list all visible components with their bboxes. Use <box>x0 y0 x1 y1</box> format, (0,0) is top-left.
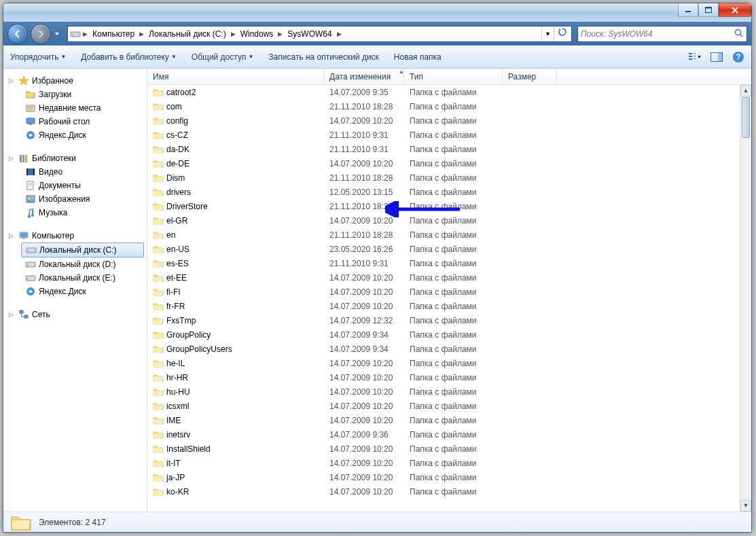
search-input[interactable] <box>581 29 734 39</box>
file-row[interactable]: icsxml14.07.2009 10:20Папка с файлами <box>147 399 740 413</box>
column-header-name[interactable]: Имя <box>147 69 324 84</box>
file-row[interactable]: config14.07.2009 10:20Папка с файлами <box>147 113 740 128</box>
share-button[interactable]: Общий доступ ▼ <box>190 50 255 64</box>
file-type: Папка с файлами <box>404 187 503 197</box>
file-row[interactable]: com21.11.2010 18:28Папка с файлами <box>147 99 740 113</box>
include-library-button[interactable]: Добавить в библиотеку ▼ <box>79 50 177 64</box>
file-row[interactable]: hr-HR14.07.2009 10:20Папка с файлами <box>147 370 740 385</box>
search-icon[interactable] <box>734 29 744 40</box>
svg-rect-34 <box>26 262 35 267</box>
file-type: Папка с файлами <box>404 88 503 97</box>
refresh-button[interactable] <box>554 26 570 41</box>
file-date: 14.07.2009 9:34 <box>324 330 404 340</box>
file-name: DriverStore <box>166 202 208 211</box>
file-type: Папка с файлами <box>404 230 503 240</box>
file-row[interactable]: cs-CZ21.11.2010 9:31Папка с файлами <box>147 128 740 142</box>
minimize-button[interactable] <box>678 3 698 17</box>
scroll-up-button[interactable]: ▲ <box>740 85 751 96</box>
file-row[interactable]: en21.11.2010 18:28Папка с файлами <box>147 228 740 242</box>
file-row[interactable]: it-IT14.07.2009 10:20Папка с файлами <box>147 456 740 470</box>
file-name: fi-FI <box>166 287 181 297</box>
sidebar-network-header[interactable]: ▷Сеть <box>3 308 147 321</box>
sidebar-item-yandex-disk[interactable]: Яндекс.Диск <box>3 128 147 142</box>
sidebar-item-recent[interactable]: Недавние места <box>3 101 147 115</box>
back-button[interactable] <box>7 24 28 44</box>
sidebar-item-yandex-disk-drive[interactable]: Яндекс.Диск <box>3 285 147 298</box>
file-row[interactable]: el-GR14.07.2009 10:20Папка с файлами <box>147 213 740 228</box>
file-row[interactable]: da-DK21.11.2010 9:31Папка с файлами <box>147 142 740 156</box>
sidebar-item-drive-d[interactable]: Локальный диск (D:) <box>3 257 147 271</box>
file-row[interactable]: DriverStore21.11.2010 18:28Папка с файла… <box>147 199 740 213</box>
sidebar-computer-header[interactable]: ▷Компьютер <box>3 229 147 243</box>
file-row[interactable]: en-US23.05.2020 16:26Папка с файлами <box>147 242 740 256</box>
sidebar-item-desktop[interactable]: Рабочий стол <box>3 115 147 128</box>
file-list[interactable]: catroot214.07.2009 9:35Папка с файламиco… <box>147 85 751 512</box>
file-row[interactable]: es-ES21.11.2010 9:31Папка с файлами <box>147 256 740 270</box>
separator-icon[interactable]: ▶ <box>82 31 89 37</box>
breadcrumb-windows[interactable]: Windows <box>237 26 277 41</box>
file-type: Папка с файлами <box>404 216 503 226</box>
address-bar[interactable]: ▶ Компьютер ▶ Локальный диск (C:) ▶ Wind… <box>67 26 572 42</box>
titlebar[interactable] <box>3 3 751 22</box>
file-row[interactable]: he-IL14.07.2009 10:20Папка с файлами <box>147 356 740 370</box>
file-row[interactable]: de-DE14.07.2009 10:20Папка с файлами <box>147 156 740 171</box>
sidebar-item-drive-c[interactable]: Локальный диск (C:) <box>21 243 144 257</box>
sidebar-item-pictures[interactable]: Изображения <box>3 192 147 206</box>
file-row[interactable]: GroupPolicyUsers14.07.2009 9:34Папка с ф… <box>147 342 740 356</box>
sidebar-item-downloads[interactable]: Загрузки <box>3 88 147 101</box>
file-row[interactable]: fi-FI14.07.2009 10:20Папка с файлами <box>147 285 740 299</box>
column-header-size[interactable]: Размер <box>503 69 557 84</box>
file-row[interactable]: GroupPolicy14.07.2009 9:34Папка с файлам… <box>147 327 740 342</box>
file-row[interactable]: FxsTmp14.07.2009 12:32Папка с файлами <box>147 313 740 327</box>
help-button[interactable]: ? <box>731 50 746 65</box>
new-folder-button[interactable]: Новая папка <box>393 50 443 64</box>
file-row[interactable]: ja-JP14.07.2009 10:20Папка с файлами <box>147 470 740 484</box>
history-dropdown-icon[interactable] <box>54 29 60 39</box>
sidebar-item-music[interactable]: Музыка <box>3 206 147 219</box>
svg-rect-0 <box>685 11 691 12</box>
breadcrumb-computer[interactable]: Компьютер <box>89 26 138 41</box>
address-dropdown-icon[interactable]: ▼ <box>541 26 554 41</box>
svg-rect-7 <box>689 56 692 57</box>
sidebar-item-videos[interactable]: Видео <box>3 165 147 179</box>
scroll-down-button[interactable]: ▼ <box>740 500 751 512</box>
svg-rect-18 <box>29 124 32 125</box>
separator-icon[interactable]: ▶ <box>276 31 284 37</box>
breadcrumb-drive-c[interactable]: Локальный диск (C:) <box>145 26 230 41</box>
sidebar-favorites-header[interactable]: ▷Избранное <box>3 74 147 88</box>
column-header-type[interactable]: Тип <box>404 69 503 84</box>
file-row[interactable]: Dism21.11.2010 18:28Папка с файлами <box>147 171 740 185</box>
close-button[interactable] <box>719 3 751 17</box>
column-header-date[interactable]: Дата изменения <box>324 69 404 84</box>
file-row[interactable]: InstallShield14.07.2009 10:20Папка с фай… <box>147 442 740 456</box>
sidebar-item-drive-e[interactable]: Локальный диск (E:) <box>3 271 147 285</box>
file-row[interactable]: IME14.07.2009 10:20Папка с файлами <box>147 413 740 427</box>
forward-button[interactable] <box>31 24 51 44</box>
file-row[interactable]: inetsrv14.07.2009 9:36Папка с файлами <box>147 427 740 442</box>
sidebar-item-documents[interactable]: Документы <box>3 179 147 192</box>
file-row[interactable]: catroot214.07.2009 9:35Папка с файлами <box>147 85 740 99</box>
file-name: de-DE <box>166 159 190 168</box>
svg-rect-31 <box>22 238 25 239</box>
desktop-icon <box>25 116 36 127</box>
file-row[interactable]: hu-HU14.07.2009 10:20Папка с файлами <box>147 385 740 399</box>
file-row[interactable]: et-EE14.07.2009 10:20Папка с файлами <box>147 270 740 285</box>
scrollbar[interactable]: ▲ ▼ <box>740 85 751 512</box>
file-row[interactable]: fr-FR14.07.2009 10:20Папка с файлами <box>147 299 740 313</box>
burn-button[interactable]: Записать на оптический диск <box>267 50 380 64</box>
preview-pane-button[interactable] <box>709 50 724 65</box>
sidebar-libraries-header[interactable]: ▷Библиотеки <box>3 151 147 165</box>
breadcrumb-syswow64[interactable]: SysWOW64 <box>284 26 335 41</box>
separator-icon[interactable]: ▶ <box>138 31 145 37</box>
view-options-button[interactable]: ▼ <box>687 50 702 65</box>
file-row[interactable]: drivers12.05.2020 13:15Папка с файлами <box>147 185 740 199</box>
file-row[interactable]: ko-KR14.07.2009 10:20Папка с файлами <box>147 484 740 499</box>
separator-icon[interactable]: ▶ <box>230 31 237 37</box>
file-name: GroupPolicy <box>166 330 211 340</box>
separator-icon[interactable]: ▶ <box>336 31 343 37</box>
organize-button[interactable]: Упорядочить ▼ <box>9 50 67 64</box>
search-box[interactable] <box>577 26 747 42</box>
maximize-button[interactable] <box>698 3 719 17</box>
scroll-thumb[interactable] <box>742 97 750 138</box>
file-type: Папка с файлами <box>404 416 503 425</box>
